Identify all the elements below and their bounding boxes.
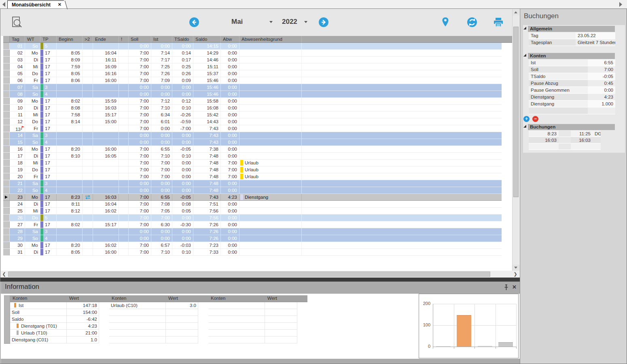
column-header-tsaldo[interactable]: TSaldo [172, 36, 193, 42]
info-column-header-konten[interactable]: Konten [13, 296, 27, 301]
month-selector[interactable]: Mai [231, 18, 243, 26]
grid-row-22[interactable]: 22So40:000:000:007:480:00 [3, 187, 502, 194]
year-selector[interactable]: 2022 [282, 18, 297, 26]
prev-month-button[interactable] [189, 17, 199, 27]
grid-row-02[interactable]: 02Mo178:0516:047:007:140:1414:290:00 [3, 50, 502, 57]
print-preview-icon[interactable] [11, 16, 23, 29]
refresh-icon[interactable] [467, 17, 477, 27]
print-icon[interactable] [493, 17, 504, 27]
grid-row-14[interactable]: 14Sa30:000:000:007:430:00 [3, 132, 502, 139]
scroll-up-icon[interactable] [513, 9, 519, 15]
buchungen-cell[interactable]: 11:25 [571, 130, 593, 137]
buchungen-cell[interactable] [529, 143, 559, 150]
buchungen-cell[interactable]: 16:03 [529, 137, 559, 143]
column-header-[interactable]: ! [119, 36, 129, 42]
remove-booking-button[interactable]: − [532, 116, 538, 122]
column-header-saldo[interactable]: Saldo [193, 36, 221, 42]
grid-row-19[interactable]: 19Do177:007:000:007:487:00Urlaub [3, 166, 502, 173]
allgemein-cell[interactable]: 23.05.22 [576, 32, 615, 39]
column-header-soll[interactable]: Soll [129, 36, 151, 42]
scroll-left-icon[interactable]: ❮ [1, 271, 7, 278]
tab-monatsuebersicht[interactable]: Monatsübersicht ✕ [7, 0, 64, 9]
grid-row-30[interactable]: 30Mo178:2016:027:006:57-0:037:230:00 [3, 242, 502, 249]
grid-row-06[interactable]: 06Fr178:0616:007:007:090:0915:460:00 [3, 77, 502, 84]
konten-cell[interactable]: 7:00 [588, 66, 615, 73]
grid-row-17[interactable]: 17Di178:1016:057:007:100:107:480:00 [3, 153, 502, 160]
grid-row-05[interactable]: 05Do178:0516:167:007:260:2615:370:00 [3, 70, 502, 77]
grid-row-18[interactable]: 18Mi177:007:000:007:487:00Urlaub [3, 160, 502, 166]
buchungen-cell[interactable] [593, 137, 601, 143]
konten-cell[interactable] [588, 107, 615, 114]
grid-row-27[interactable]: 27Fr178:0215:177:006:30-0:307:260:00 [3, 221, 502, 228]
section-header-buchungen[interactable]: Buchungen [528, 124, 615, 130]
grid-row-29[interactable]: 29So40:000:000:007:260:00 [3, 235, 502, 242]
tab-scroll-left-icon[interactable] [2, 2, 5, 7]
section-header-allgemein[interactable]: Allgemein [528, 26, 615, 32]
konten-cell[interactable]: -0:05 [588, 73, 615, 80]
grid-row-07[interactable]: 07Sa30:000:000:0015:460:00 [3, 84, 502, 91]
scroll-right-icon[interactable]: ❯ [512, 271, 519, 278]
grid-row-26[interactable]: 26Do57:007:000:007:560:00 [3, 215, 502, 221]
konten-cell[interactable]: 4:23 [588, 94, 615, 101]
konten-cell[interactable]: 0:00 [588, 87, 615, 94]
grid-row-01[interactable]: 01So50:000:000:0014:150:00 [3, 43, 502, 50]
buchungen-expander-icon[interactable] [523, 125, 526, 128]
buchungen-cell[interactable] [559, 130, 571, 137]
grid-row-15[interactable]: 15So40:000:000:007:430:00 [3, 139, 502, 146]
info-column-header-konten[interactable]: Konten [211, 296, 225, 301]
scroll-down-icon[interactable] [513, 265, 519, 271]
month-dropdown-caret-icon[interactable] [269, 21, 273, 23]
grid-row-12[interactable]: 12Do178:1415:007:006:01-0:5914:430:00 [3, 118, 502, 125]
buchungen-cell[interactable] [571, 143, 593, 150]
konten-cell[interactable]: 0:45 [588, 80, 615, 87]
grid-row-28[interactable]: 28Sa30:000:000:007:260:00 [3, 228, 502, 235]
column-header-wt[interactable]: WT [25, 36, 40, 42]
info-column-header-konten[interactable]: Konten [112, 296, 126, 301]
grid-row-11[interactable]: 11Mi177:5815:177:006:34-0:2615:420:00 [3, 112, 502, 118]
tab-scroll-right-icon[interactable] [619, 2, 622, 7]
column-header-2[interactable]: >2 [83, 36, 93, 42]
buchungen-cell[interactable] [559, 137, 571, 143]
grid-row-10[interactable]: 10Di178:0816:037:007:100:1016:080:00 [3, 105, 502, 112]
add-booking-button[interactable]: + [523, 116, 530, 122]
column-header-ende[interactable]: Ende [93, 36, 119, 42]
column-header-tag[interactable]: Tag [10, 36, 25, 42]
allgemein-expander-icon[interactable] [523, 27, 526, 29]
column-header-abwesenheitsgrund[interactable]: Abwesenheitsgrund [239, 36, 302, 42]
grid-row-08[interactable]: 08So40:000:000:0015:460:00 [3, 91, 502, 98]
buchungen-cell[interactable]: DG [593, 130, 601, 137]
vertical-scrollbar[interactable] [512, 9, 519, 271]
tab-close-icon[interactable]: ✕ [58, 2, 61, 7]
grid-row-23[interactable]: 23Mo178:2316:037:006:55-0:057:434:23Dien… [3, 194, 502, 201]
grid-row-21[interactable]: 21Sa30:000:000:007:480:00 [3, 180, 502, 187]
info-column-header-wert[interactable]: Wert [168, 296, 178, 301]
section-header-konten[interactable]: Konten [528, 53, 615, 59]
grid-column-header[interactable]: TagWTTPBeginn>2Ende!SollIstTSaldoSaldoAb… [3, 36, 512, 43]
column-header-ist[interactable]: Ist [151, 36, 172, 42]
year-dropdown-caret-icon[interactable] [304, 21, 307, 23]
konten-expander-icon[interactable] [523, 54, 526, 57]
grid-row-04[interactable]: 04Mi177:5916:097:007:250:2515:110:00 [3, 63, 502, 70]
allgemein-cell[interactable]: Gleitzeit 7 Stunden [576, 39, 615, 46]
grid-row-31[interactable]: 31Di178:0516:007:007:100:107:330:00 [3, 249, 502, 256]
column-header-tp[interactable]: TP [40, 36, 57, 42]
grid-row-16[interactable]: 16Mo178:2016:007:006:55-0:057:380:00 [3, 146, 502, 153]
grid-row-09[interactable]: 09Mo178:0215:597:007:120:1215:580:00 [3, 98, 502, 105]
vertical-scrollbar-thumb[interactable] [513, 27, 519, 197]
buchungen-cell[interactable]: 8:23 [529, 130, 559, 137]
panel-splitter[interactable] [0, 278, 520, 282]
info-column-header-wert[interactable]: Wert [267, 296, 277, 301]
grid-row-03[interactable]: 03Di178:0916:117:007:170:1714:460:00 [3, 57, 502, 63]
horizontal-scrollbar[interactable]: ❮ ❯ [1, 271, 519, 278]
horizontal-scrollbar-thumb[interactable] [8, 271, 490, 277]
grid-row-20[interactable]: 20Fr177:007:000:007:487:00Urlaub [3, 173, 502, 180]
column-header-abw[interactable]: Abw [221, 36, 239, 42]
grid-row-24[interactable]: 24Di178:1116:047:007:080:087:510:00 [3, 201, 502, 208]
buchungen-cell[interactable] [593, 143, 601, 150]
pin-icon[interactable] [504, 284, 509, 290]
konten-cell[interactable]: 1.000 [588, 101, 615, 107]
grid-row-25[interactable]: 25Mi178:1216:027:007:050:057:560:00 [3, 208, 502, 215]
grid-row-13[interactable]: 13Fr177:000:00-7:007:430:00 [3, 125, 502, 132]
info-column-header-wert[interactable]: Wert [69, 296, 79, 301]
information-close-icon[interactable]: ✕ [512, 284, 517, 290]
